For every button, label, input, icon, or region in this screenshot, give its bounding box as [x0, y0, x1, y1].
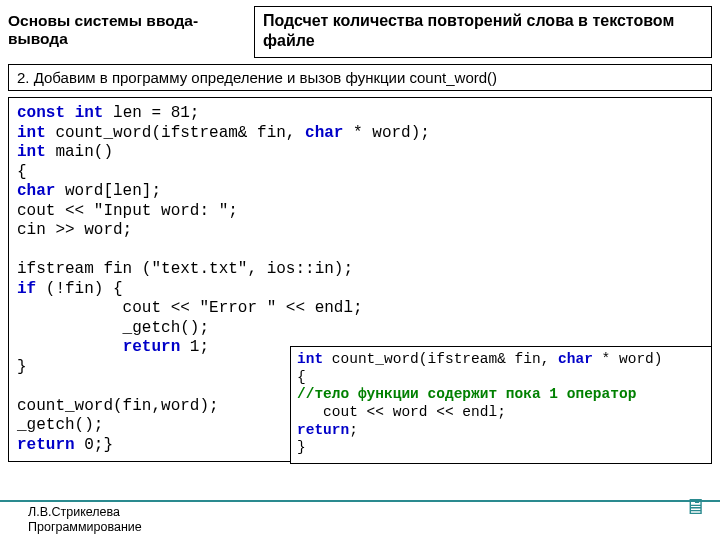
decorative-icon: 🖥 [684, 494, 706, 520]
kw: return [17, 436, 75, 454]
kw: const [17, 104, 65, 122]
footer-course: Программирование [28, 520, 142, 536]
code-text: 1; [180, 338, 209, 356]
kw: int [17, 124, 46, 142]
code-text [17, 338, 123, 356]
step-box: 2. Добавим в программу определение и выз… [8, 64, 712, 91]
kw: return [297, 422, 349, 438]
kw: char [17, 182, 55, 200]
kw: if [17, 280, 36, 298]
kw: return [123, 338, 181, 356]
code-text: cout << "Error " << endl; [17, 299, 363, 317]
code-text: { [17, 163, 27, 181]
kw: int [297, 351, 323, 367]
code-text: 0;} [75, 436, 113, 454]
code-text: ifstream fin ("text.txt", ios::in); [17, 260, 353, 278]
decorative-line [0, 500, 720, 502]
kw: char [305, 124, 343, 142]
code-text: main() [46, 143, 113, 161]
comment: //тело функции содержит пока 1 оператор [297, 386, 636, 402]
code-text: count_word(fin,word); [17, 397, 219, 415]
code-function: int count_word(ifstream& fin, char * wor… [290, 346, 712, 464]
code-text: * word) [593, 351, 663, 367]
code-text: } [17, 358, 27, 376]
code-text: _getch(); [17, 319, 209, 337]
code-text: (!fin) { [36, 280, 122, 298]
code-text: * word); [343, 124, 429, 142]
footer: Л.В.Стрикелева Программирование [28, 505, 142, 536]
code-text: cout << word << endl; [297, 404, 506, 420]
code-text: } [297, 439, 306, 455]
kw: int [75, 104, 104, 122]
kw: int [17, 143, 46, 161]
code-text: len = 81; [103, 104, 199, 122]
code-text: { [297, 369, 306, 385]
code-text: cin >> word; [17, 221, 132, 239]
code-text: ; [349, 422, 358, 438]
code-text: count_word(ifstream& fin, [323, 351, 558, 367]
code-text: cout << "Input word: "; [17, 202, 238, 220]
page-title: Основы системы ввода-вывода [8, 6, 254, 48]
code-text: _getch(); [17, 416, 103, 434]
topic-box: Подсчет количества повторений слова в те… [254, 6, 712, 58]
code-text: word[len]; [55, 182, 161, 200]
code-text: count_word(ifstream& fin, [46, 124, 305, 142]
footer-author: Л.В.Стрикелева [28, 505, 142, 521]
kw: char [558, 351, 593, 367]
